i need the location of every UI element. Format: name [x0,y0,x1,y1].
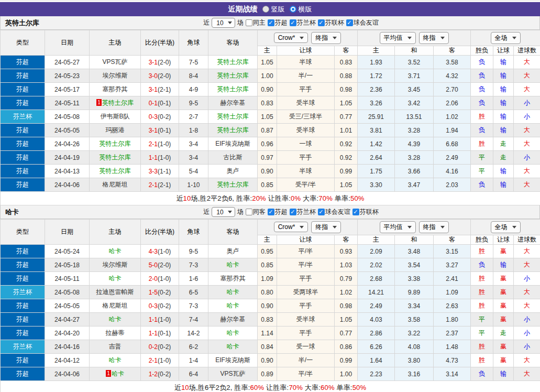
column-header: 类型 [1,220,45,245]
fulltime-score: 2-0 [149,275,158,282]
avg-away-odds: 2.03 [434,178,471,192]
league-filter-checkbox[interactable]: 芬兰杯 [290,208,316,216]
period-select[interactable]: 全场 [491,32,521,44]
recent-count-select[interactable]: 10 [212,207,235,217]
avg-away-odds: 2.49 [434,151,471,165]
avg-away-odds: 2.63 [434,299,471,313]
chevron-down-icon [228,211,232,213]
league-filter-checkbox[interactable]: 芬兰杯 [290,18,316,27]
result-outcome: 胜 [471,286,493,299]
result-text: 输 [500,99,506,106]
column-header: 比分(半场) [141,30,179,56]
near-label: 近 [203,208,210,216]
checkbox-checked-icon[interactable] [346,19,353,26]
league-filter-checkbox[interactable]: 芬联杯 [352,208,379,216]
result-outcome: 胜 [471,272,493,286]
league-filter-label: 芬超 [275,18,288,27]
home-team-cell: 伊韦斯B队 [90,110,141,124]
result-handicap: 赢 [493,245,514,258]
halftime-score: (2-0) [158,72,171,80]
average-select[interactable]: 平均值 [380,221,416,233]
home-team-cell: 格尼斯坦 [90,178,141,192]
match-row: 芬超24-05-11哈卡2-0(1-0)1-6塞那乔其1.09平手0.792.6… [1,272,540,286]
fulltime-score: 3-1 [149,59,158,66]
halftime-score: (1-0) [158,248,171,255]
avg-away-odds: 1.94 [434,124,471,137]
away-team-cell: 英特土尔库 [208,83,258,96]
checkbox-icon[interactable] [246,209,252,215]
average-select[interactable]: 平均值 [380,32,416,44]
avg-home-odds: 1.42 [358,137,395,151]
league-badge: 芬超 [1,313,45,326]
home-team-cell: 拉迪恩雷帕斯 [90,286,141,299]
checkbox-checked-icon[interactable] [268,19,274,26]
column-header: 日期 [45,30,90,56]
bookmaker-select[interactable]: Crow* [274,222,308,232]
league-filter-label: 芬兰杯 [297,208,316,216]
checkbox-checked-icon[interactable] [290,19,296,26]
avg-away-odds: 3.27 [434,258,471,272]
corners-cell: 2-7 [179,110,208,124]
fulltime-score: 3-1 [149,86,158,93]
odds-stage-select[interactable]: 终指 [419,221,449,233]
result-goals: 大 [514,367,540,381]
team-name-text: 哈卡 [227,302,239,309]
handicap-line: 半/一 [277,69,335,83]
corners-cell: 6-2 [179,340,208,354]
checkbox-checked-icon[interactable] [318,19,325,26]
checkbox-icon[interactable] [246,19,252,26]
radio-unselected-icon[interactable] [262,6,269,13]
checkbox-checked-icon[interactable] [268,209,274,215]
radio-vertical-layout[interactable]: 竖版 [262,5,285,14]
result-text: 输 [500,113,506,120]
avg-home-odds: 4.03 [358,313,395,326]
radio-selected-icon[interactable] [290,6,296,13]
odds-stage-select[interactable]: 终指 [419,32,449,44]
odds-stage-select[interactable]: 终指 [311,221,341,233]
result-text: 胜 [479,288,485,296]
home-team-cell: 英特土尔库 [90,165,141,178]
avg-draw-odds: 4.39 [395,137,434,151]
league-badge: 芬兰杯 [1,110,45,124]
league-filter-checkbox[interactable]: 芬超 [268,208,288,216]
team-name-text: 哈卡 [109,275,122,282]
result-text: 小 [524,329,530,336]
team-name-text: 英特土尔库 [217,181,249,188]
checkbox-checked-icon[interactable] [352,209,359,215]
result-text: 胜 [479,247,485,255]
result-goals: 大 [514,83,540,96]
match-row: 芬超24-05-24哈卡4-3(1-0)9-5奥卢0.95平/半0.932.09… [1,245,540,258]
checkbox-checked-icon[interactable] [290,209,296,215]
corners-cell: 9-5 [179,96,208,110]
result-goals: 大 [514,258,540,272]
bookmaker-select[interactable]: Crow* [274,32,308,43]
handicap-away-odds: 0.83 [335,56,358,69]
handicap-home-odds: 1.05 [258,110,277,124]
period-select[interactable]: 全场 [491,221,521,233]
team-name-text: 格尼斯坦 [103,302,128,309]
column-header: 日期 [45,220,90,245]
same-venue-checkbox[interactable]: 同主 [246,18,266,27]
league-filter-checkbox[interactable]: 芬超 [268,18,288,27]
same-venue-label: 同主 [253,18,266,27]
league-filter-checkbox[interactable]: 球会友谊 [318,208,350,216]
league-filter-checkbox[interactable]: 球会友谊 [346,18,379,27]
result-handicap: 输 [493,124,514,137]
same-venue-checkbox[interactable]: 同客 [246,208,266,216]
avg-away-odds: 3.14 [434,367,471,381]
summary-text: 单率: [333,194,350,202]
avg-draw-odds: 3.28 [395,124,434,137]
radio-horizontal-layout[interactable]: 横版 [290,5,312,14]
result-text: 大 [524,140,530,147]
score-cell: 1-1(1-0) [141,151,179,165]
odds-stage-select[interactable]: 终指 [311,32,341,44]
radio-horizontal-label: 横版 [299,5,312,14]
league-filter-checkbox[interactable]: 芬联杯 [318,18,344,27]
score-cell: 3-1(2-1) [141,83,179,96]
recent-count-select[interactable]: 10 [212,18,235,28]
result-text: 负 [479,99,485,106]
result-outcome: 负 [471,56,493,69]
checkbox-checked-icon[interactable] [318,209,325,215]
date-cell: 24-05-11 [45,96,90,110]
handicap-away-odds: 1.05 [335,313,358,326]
